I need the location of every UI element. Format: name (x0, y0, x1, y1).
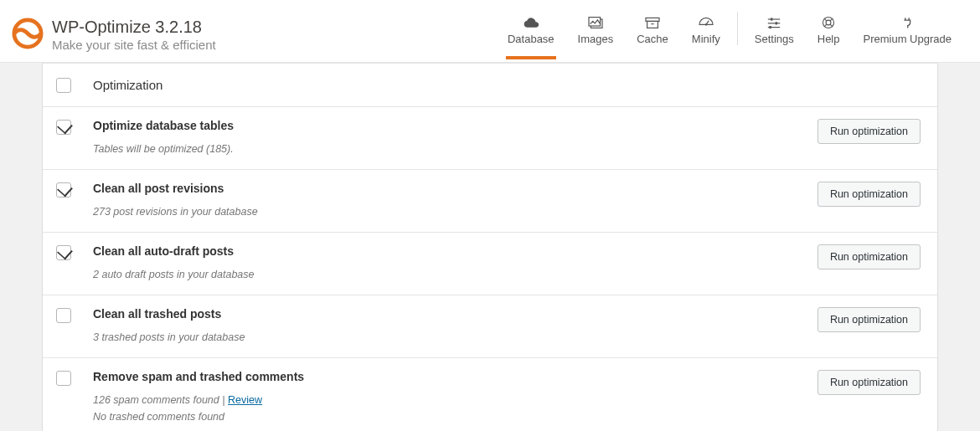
tab-cache[interactable]: Cache (625, 16, 680, 59)
wpo-logo-icon (12, 18, 44, 53)
table-row: Remove spam and trashed comments 126 spa… (43, 357, 937, 431)
tab-help[interactable]: Help (806, 16, 852, 59)
dashboard-icon (698, 16, 714, 29)
plug-icon (899, 16, 916, 29)
tab-label: Images (578, 33, 614, 45)
svg-line-18 (830, 18, 833, 21)
row-title: Optimize database tables (93, 119, 818, 132)
row-title: Remove spam and trashed comments (93, 370, 818, 383)
table-row: Clean all post revisions 273 post revisi… (43, 169, 937, 232)
tab-label: Premium Upgrade (864, 33, 952, 45)
app-header: WP-Optimize 3.2.18 Make your site fast &… (0, 0, 980, 63)
svg-point-7 (705, 23, 707, 25)
tab-settings[interactable]: Settings (743, 16, 806, 59)
sliders-icon (766, 16, 782, 29)
row-checkbox[interactable] (56, 245, 71, 260)
cloud-icon (523, 16, 539, 29)
table-row: Clean all trashed posts 3 trashed posts … (43, 295, 937, 357)
life-ring-icon (820, 16, 837, 29)
row-title: Clean all post revisions (93, 182, 818, 195)
run-optimization-button[interactable]: Run optimization (818, 119, 921, 144)
row-checkbox[interactable] (56, 371, 71, 386)
tab-label: Settings (755, 33, 794, 45)
main-tabs: Database Images Cache Minify Settings (496, 12, 963, 59)
app-title: WP-Optimize 3.2.18 (52, 18, 216, 37)
optimizations-table: Optimization Optimize database tables Ta… (42, 63, 938, 431)
row-title: Clean all trashed posts (93, 307, 818, 321)
row-subtext: 126 spam comments found | Review (93, 392, 818, 408)
row-subtext: 273 post revisions in your database (93, 203, 818, 220)
table-header-title: Optimization (93, 78, 921, 92)
svg-rect-3 (646, 18, 659, 21)
svg-line-16 (824, 18, 827, 21)
table-header-row: Optimization (43, 63, 937, 106)
run-optimization-button[interactable]: Run optimization (818, 307, 921, 332)
run-optimization-button[interactable]: Run optimization (818, 244, 921, 269)
tab-label: Minify (692, 33, 720, 45)
table-row: Clean all auto-draft posts 2 auto draft … (43, 232, 937, 295)
svg-line-17 (830, 24, 833, 27)
svg-rect-11 (776, 22, 777, 24)
tab-separator (737, 12, 738, 45)
svg-rect-9 (771, 18, 772, 20)
tab-minify[interactable]: Minify (680, 16, 732, 59)
row-checkbox[interactable] (56, 308, 71, 323)
content-area: Optimization Optimize database tables Ta… (0, 63, 980, 431)
tab-premium[interactable]: Premium Upgrade (852, 16, 964, 59)
tab-database[interactable]: Database (496, 16, 566, 59)
row-subtext: Tables will be optimized (185). (93, 141, 818, 157)
tab-label: Database (508, 33, 554, 45)
table-row: Optimize database tables Tables will be … (43, 106, 937, 169)
tab-label: Help (818, 33, 840, 45)
brand: WP-Optimize 3.2.18 Make your site fast &… (12, 18, 216, 53)
tab-images[interactable]: Images (566, 16, 626, 59)
run-optimization-button[interactable]: Run optimization (818, 370, 921, 395)
row-subtext: 3 trashed posts in your database (93, 329, 818, 346)
svg-rect-13 (770, 26, 771, 28)
row-title: Clean all auto-draft posts (93, 244, 818, 258)
row-subtext-2: No trashed comments found (93, 408, 818, 425)
tab-label: Cache (637, 33, 668, 45)
images-icon (587, 16, 604, 29)
row-checkbox[interactable] (56, 182, 71, 198)
archive-icon (644, 16, 661, 29)
review-link[interactable]: Review (228, 394, 262, 406)
app-tagline: Make your site fast & efficient (52, 38, 216, 52)
run-optimization-button[interactable]: Run optimization (818, 182, 921, 207)
row-subtext: 2 auto draft posts in your database (93, 266, 818, 283)
select-all-checkbox[interactable] (56, 78, 71, 93)
svg-rect-4 (647, 21, 658, 28)
row-checkbox[interactable] (56, 120, 71, 135)
row-subtext-part: 126 spam comments found | (93, 394, 228, 406)
svg-line-19 (824, 24, 827, 27)
svg-point-15 (826, 20, 831, 25)
